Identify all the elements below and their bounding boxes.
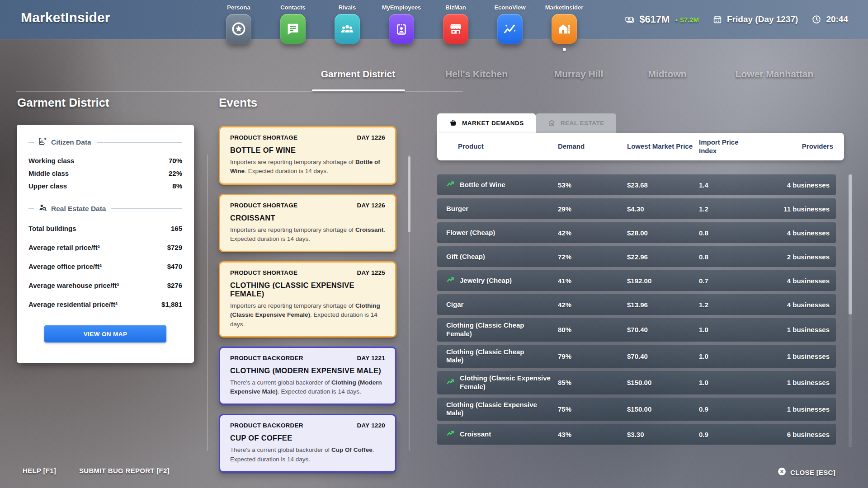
product-name: Burger xyxy=(446,205,468,213)
app-label: Contacts xyxy=(280,4,306,11)
product-name: Clothing (Classic Expensive Male) xyxy=(446,401,541,418)
storefront-icon xyxy=(443,14,468,44)
event-title: BOTTLE OF WINE xyxy=(230,146,385,155)
column-header: Import Price Index xyxy=(699,138,753,155)
index-cell: 0.9 xyxy=(699,405,753,413)
app-myemployees[interactable]: MyEmployees xyxy=(374,4,429,51)
people-icon xyxy=(335,14,360,44)
tab-district-lower-manhattan[interactable]: Lower Manhattan xyxy=(736,69,814,80)
app-bizman[interactable]: BizMan xyxy=(429,4,483,51)
row-value: 165 xyxy=(171,225,182,232)
events-scrollbar-thumb[interactable] xyxy=(408,156,410,232)
app-title: MarketInsider xyxy=(21,10,110,25)
status-cluster: $617M ▲$7.2M Friday (Day 1237) 20:44 xyxy=(625,0,848,39)
events-title: Events xyxy=(219,96,257,110)
house-doc-icon xyxy=(547,118,556,128)
row-label: Upper class xyxy=(28,182,67,190)
price-cell: $150.00 xyxy=(627,405,699,413)
close-button[interactable]: CLOSE [ESC] xyxy=(777,467,835,478)
price-cell: $150.00 xyxy=(627,379,699,386)
marketinsider-screen: MarketInsider PersonaContactsRivalsMyEmp… xyxy=(0,0,868,488)
app-persona[interactable]: Persona xyxy=(212,4,266,51)
row-label: Average residential price/ft² xyxy=(28,300,118,308)
chat-icon xyxy=(280,14,306,44)
row-value: 70% xyxy=(169,157,182,164)
money-display: $617M ▲$7.2M xyxy=(625,14,699,25)
product-name: Cigar xyxy=(446,300,463,309)
row-value: $1,881 xyxy=(161,300,182,308)
event-day: DAY 1226 xyxy=(357,202,385,209)
citizen-data-rows: Working class70%Middle class22%Upper cla… xyxy=(28,154,182,192)
real-estate-data-header: Real Estate Data xyxy=(28,203,182,214)
help-button[interactable]: HELP [F1] xyxy=(23,467,56,474)
data-row: Middle class22% xyxy=(28,167,182,179)
market-table-row: Clothing (Classic Expensive Female)85%$1… xyxy=(437,371,836,394)
price-cell: $22.96 xyxy=(627,253,699,261)
calendar-icon xyxy=(712,14,722,24)
row-value: $276 xyxy=(167,282,182,289)
trend-up-icon xyxy=(446,179,456,191)
product-cell: Clothing (Classic Cheap Male) xyxy=(446,348,558,365)
event-card-header: PRODUCT SHORTAGEDAY 1226 xyxy=(230,134,385,141)
product-cell: Gift (Cheap) xyxy=(446,253,558,261)
tab-real-estate[interactable]: REAL ESTATE xyxy=(536,113,616,133)
row-label: Average office price/ft² xyxy=(28,263,102,270)
index-cell: 1.0 xyxy=(699,326,753,333)
row-value: 22% xyxy=(169,169,182,177)
market-table-row: Cigar42%$13.961.24 businesses xyxy=(437,294,836,315)
citizen-data-header: Citizen Data xyxy=(28,136,182,148)
demand-cell: 85% xyxy=(558,379,627,386)
event-day: DAY 1221 xyxy=(357,355,385,361)
clock-icon xyxy=(811,14,821,24)
demand-cell: 75% xyxy=(558,405,627,413)
data-row: Average residential price/ft²$1,881 xyxy=(28,295,182,314)
app-econoview[interactable]: EconoView xyxy=(483,4,537,51)
market-table-row: Bottle of Wine53%$23.681.44 businesses xyxy=(437,174,836,195)
divider xyxy=(28,208,34,209)
column-header: Demand xyxy=(558,142,627,151)
tab-market-demands[interactable]: MARKET DEMANDS xyxy=(437,113,536,133)
tab-district-murray-hill[interactable]: Murray Hill xyxy=(554,69,604,80)
divider xyxy=(97,142,182,143)
market-table-row: Burger29%$4.301.211 businesses xyxy=(437,198,836,219)
row-value: $729 xyxy=(167,244,182,251)
market-table-rows: Bottle of Wine53%$23.681.44 businessesBu… xyxy=(437,174,836,445)
index-cell: 1.2 xyxy=(699,301,753,309)
providers-cell: 1 businesses xyxy=(753,379,830,386)
event-day: DAY 1220 xyxy=(357,422,385,429)
star-icon xyxy=(226,14,251,44)
column-header: Product xyxy=(458,142,558,151)
app-marketinsider[interactable]: MarketInsider xyxy=(537,4,591,51)
tab-district-midtown[interactable]: Midtown xyxy=(648,69,686,80)
data-row: Average warehouse price/ft²$276 xyxy=(28,276,182,295)
product-cell: Cigar xyxy=(446,300,558,309)
tab-district-garment-district[interactable]: Garment District xyxy=(321,69,396,80)
app-contacts[interactable]: Contacts xyxy=(266,4,320,51)
event-kind: PRODUCT SHORTAGE xyxy=(230,134,297,141)
event-description: There's a current global backorder of Cu… xyxy=(230,446,385,464)
tab-label: MARKET DEMANDS xyxy=(462,120,524,127)
view-on-map-button[interactable]: VIEW ON MAP xyxy=(44,325,166,343)
event-card-shortage: PRODUCT SHORTAGEDAY 1225CLOTHING (CLASSI… xyxy=(219,261,396,338)
product-name: Jewelry (Cheap) xyxy=(460,277,512,285)
basket-icon xyxy=(449,118,458,128)
data-row: Average office price/ft²$470 xyxy=(28,257,182,276)
district-data-card: Citizen Data Working class70%Middle clas… xyxy=(17,125,194,363)
product-cell: Clothing (Classic Expensive Male) xyxy=(446,401,558,418)
price-cell: $70.40 xyxy=(627,352,699,360)
market-table-row: Croissant43%$3.300.96 businesses xyxy=(437,424,836,445)
tab-district-hell-s-kitchen[interactable]: Hell's Kitchen xyxy=(445,69,508,80)
event-title: CLOTHING (CLASSIC EXPENSIVE FEMALE) xyxy=(230,281,385,298)
app-rivals[interactable]: Rivals xyxy=(320,4,374,51)
submit-bug-report-button[interactable]: SUBMIT BUG REPORT [F2] xyxy=(79,467,170,474)
up-triangle-icon: ▲ xyxy=(674,17,679,22)
event-kind: PRODUCT BACKORDER xyxy=(230,355,303,361)
product-cell: Flower (Cheap) xyxy=(446,229,558,237)
product-name: Flower (Cheap) xyxy=(446,229,495,237)
price-cell: $23.68 xyxy=(627,181,699,189)
market-scrollbar-thumb[interactable] xyxy=(849,174,852,314)
market-panel-tabs: MARKET DEMANDSREAL ESTATE xyxy=(437,113,616,133)
index-cell: 0.9 xyxy=(699,431,753,438)
event-description: There's a current global backorder of Cl… xyxy=(230,378,385,397)
providers-cell: 4 businesses xyxy=(753,301,830,309)
